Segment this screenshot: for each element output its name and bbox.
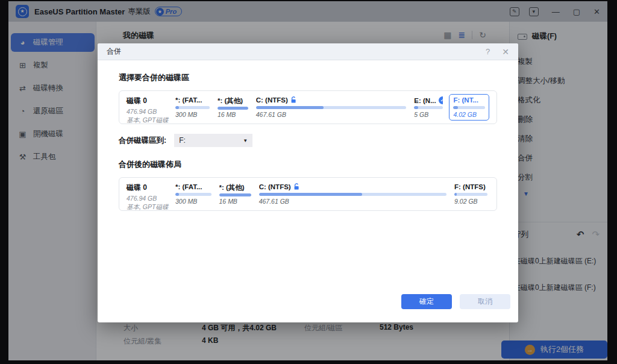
disk-capacity: 476.94 GB: [127, 195, 171, 202]
help-icon[interactable]: ?: [486, 47, 490, 56]
partition-size: 16 MB: [218, 111, 248, 118]
partition-label: *: (其他): [219, 183, 245, 192]
partition-size: 5 GB: [414, 111, 443, 118]
usage-bar: [175, 193, 211, 196]
checkbox-checked-icon[interactable]: ✓: [439, 96, 443, 104]
dialog-buttons: 確定 取消: [401, 294, 510, 309]
partition-strip: *: (FAT... 300 MB *: (其他) 16 MB C: (NTFS…: [174, 96, 489, 119]
dialog-body: 選擇要合併的磁碟區 磁碟 0 476.94 GB 基本, GPT磁碟 *: (F…: [98, 60, 518, 211]
dialog-title: 合併: [107, 46, 121, 57]
partition-cell-f-selected[interactable]: F: (NT... 4.02 GB: [449, 94, 489, 121]
partition-cell-c[interactable]: C: (NTFS) 467.61 GB: [254, 96, 409, 119]
partition-size: 16 MB: [219, 198, 251, 205]
disk-type: 基本, GPT磁碟: [127, 203, 171, 212]
partition-size: 9.02 GB: [454, 198, 487, 205]
ok-button[interactable]: 確定: [401, 294, 452, 309]
unlock-icon: [293, 183, 300, 190]
merge-target-select[interactable]: F: ▼: [174, 134, 252, 147]
usage-bar: [454, 193, 487, 196]
partition-cell-other[interactable]: *: (其他) 16 MB: [216, 96, 250, 119]
cancel-button[interactable]: 取消: [460, 294, 510, 309]
merge-to-label: 合併磁碟區到:: [119, 136, 166, 146]
disk-info: 磁碟 0 476.94 GB 基本, GPT磁碟: [127, 183, 171, 206]
usage-bar: [219, 193, 251, 196]
merge-target-value: F:: [179, 136, 186, 145]
disk-map-after: 磁碟 0 476.94 GB 基本, GPT磁碟 *: (FAT... 300 …: [119, 177, 497, 211]
disk-name: 磁碟 0: [127, 96, 171, 106]
select-partitions-section-title: 選擇要合併的磁碟區: [119, 72, 497, 83]
partition-cell-other: *: (其他) 16 MB: [218, 183, 253, 206]
app-window: ★ EaseUS Partition Master 專業版 ★ Pro ✎ ▾ …: [8, 1, 607, 360]
partition-cell-c: C: (NTFS) 467.61 GB: [257, 183, 448, 206]
disk-map-before: 磁碟 0 476.94 GB 基本, GPT磁碟 *: (FAT... 300 …: [119, 90, 497, 124]
partition-label: *: (其他): [218, 96, 243, 105]
usage-bar: [218, 107, 248, 110]
partition-size: 300 MB: [175, 111, 210, 118]
partition-cell-f: F: (NTFS) 9.02 GB: [453, 183, 489, 206]
partition-label: F: (NT...: [453, 96, 478, 104]
usage-bar: [259, 193, 446, 196]
usage-bar: [414, 106, 443, 109]
disk-info: 磁碟 0 476.94 GB 基本, GPT磁碟: [127, 96, 171, 119]
partition-label: C: (NTFS): [256, 96, 288, 104]
usage-bar: [453, 106, 485, 109]
layout-section-title: 合併後的磁碟佈局: [119, 159, 497, 170]
dialog-close-icon[interactable]: ✕: [502, 47, 509, 57]
partition-label: *: (FAT...: [175, 96, 202, 104]
partition-size: 300 MB: [175, 198, 211, 205]
select-arrow-icon: ▼: [243, 138, 248, 143]
disk-name: 磁碟 0: [127, 183, 171, 193]
partition-label: E: (N...: [414, 97, 436, 104]
partition-cell-fat[interactable]: *: (FAT... 300 MB: [174, 96, 211, 119]
partition-cell-e[interactable]: E: (N... ✓ 5 GB: [412, 96, 445, 119]
dialog-header: 合併 ? ✕: [98, 43, 518, 60]
partition-label: C: (NTFS): [259, 183, 291, 190]
partition-label: F: (NTFS): [454, 183, 486, 190]
disk-capacity: 476.94 GB: [127, 108, 171, 115]
partition-size: 4.02 GB: [453, 111, 485, 118]
partition-size: 467.61 GB: [259, 198, 446, 205]
merge-target-row: 合併磁碟區到: F: ▼: [119, 134, 497, 147]
usage-bar: [256, 106, 407, 109]
usage-bar: [175, 106, 210, 109]
partition-size: 467.61 GB: [256, 111, 407, 118]
partition-label: *: (FAT...: [175, 183, 202, 190]
partition-cell-fat: *: (FAT... 300 MB: [174, 183, 213, 206]
unlock-icon: [290, 96, 297, 104]
disk-type: 基本, GPT磁碟: [127, 116, 171, 125]
partition-strip: *: (FAT... 300 MB *: (其他) 16 MB C: (NTFS…: [174, 183, 489, 206]
merge-dialog: 合併 ? ✕ 選擇要合併的磁碟區 磁碟 0 476.94 GB 基本, GPT磁…: [98, 43, 518, 322]
